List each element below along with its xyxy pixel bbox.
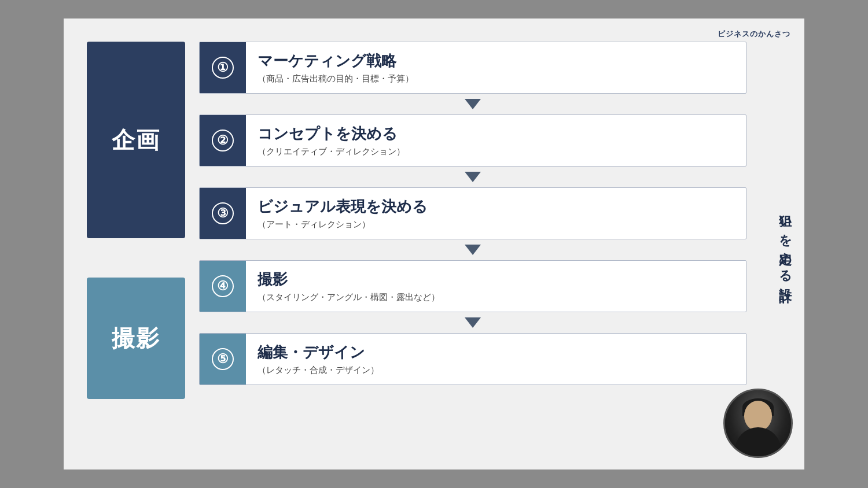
step-row-4: ④ 撮影 （スタイリング・アングル・構図・露出など） [199, 260, 746, 312]
step-row-3: ③ ビジュアル表現を決める （アート・ディレクション） [199, 187, 746, 239]
step-number-4: ④ [200, 261, 246, 312]
arrow-1 [199, 96, 746, 112]
step-content-1: マーケティング戦略 （商品・広告出稿の目的・目標・予算） [246, 44, 425, 91]
step-subtitle-4: （スタイリング・アングル・構図・露出など） [258, 292, 440, 303]
step-box-1: ① マーケティング戦略 （商品・広告出稿の目的・目標・予算） [199, 42, 746, 94]
presenter-head [744, 401, 772, 431]
step-number-5: ⑤ [200, 334, 246, 385]
step-content-2: コンセプトを決める （クリエイティブ・ディレクション） [246, 117, 417, 164]
step-number-1: ① [200, 42, 246, 93]
category-satsuei: 撮影 [87, 278, 185, 399]
step-title-4: 撮影 [258, 269, 440, 290]
step-box-4: ④ 撮影 （スタイリング・アングル・構図・露出など） [199, 260, 746, 312]
arrow-4 [199, 315, 746, 331]
slide: ビジネスのかんさつ 狙いを定める設計 企画 撮影 ① マーケティング戦略 （商品… [64, 19, 804, 469]
step-number-3: ③ [200, 188, 246, 239]
step-content-4: 撮影 （スタイリング・アングル・構図・露出など） [246, 263, 451, 310]
step-subtitle-3: （アート・ディレクション） [258, 219, 428, 230]
step-subtitle-1: （商品・広告出稿の目的・目標・予算） [258, 73, 414, 84]
side-label: 狙いを定める設計 [776, 206, 794, 282]
arrow-2 [199, 169, 746, 185]
presenter-image [725, 390, 791, 456]
step-title-5: 編集・デザイン [258, 342, 379, 363]
steps-column: ① マーケティング戦略 （商品・広告出稿の目的・目標・予算） ② [199, 42, 746, 446]
step-box-5: ⑤ 編集・デザイン （レタッチ・合成・デザイン） [199, 333, 746, 385]
category-kikaku: 企画 [87, 42, 185, 238]
step-box-2: ② コンセプトを決める （クリエイティブ・ディレクション） [199, 114, 746, 167]
step-box-3: ③ ビジュアル表現を決める （アート・ディレクション） [199, 187, 746, 239]
arrow-3 [199, 242, 746, 258]
presenter-body [735, 427, 781, 456]
step-content-3: ビジュアル表現を決める （アート・ディレクション） [246, 190, 439, 237]
step-subtitle-2: （クリエイティブ・ディレクション） [258, 146, 405, 157]
step-row-5: ⑤ 編集・デザイン （レタッチ・合成・デザイン） [199, 333, 746, 385]
step-content-5: 編集・デザイン （レタッチ・合成・デザイン） [246, 335, 391, 383]
logo: ビジネスのかんさつ [718, 29, 790, 39]
step-title-3: ビジュアル表現を決める [258, 197, 428, 217]
step-subtitle-5: （レタッチ・合成・デザイン） [258, 365, 379, 376]
step-title-2: コンセプトを決める [258, 124, 405, 144]
main-content: 企画 撮影 ① マーケティング戦略 （商品・広告出稿の目的・目標・予算） [87, 42, 746, 446]
presenter-avatar [723, 389, 793, 458]
step-row-1: ① マーケティング戦略 （商品・広告出稿の目的・目標・予算） [199, 42, 746, 94]
step-number-2: ② [200, 115, 246, 166]
step-row-2: ② コンセプトを決める （クリエイティブ・ディレクション） [199, 114, 746, 167]
step-title-1: マーケティング戦略 [258, 51, 414, 71]
category-column: 企画 撮影 [87, 42, 185, 446]
